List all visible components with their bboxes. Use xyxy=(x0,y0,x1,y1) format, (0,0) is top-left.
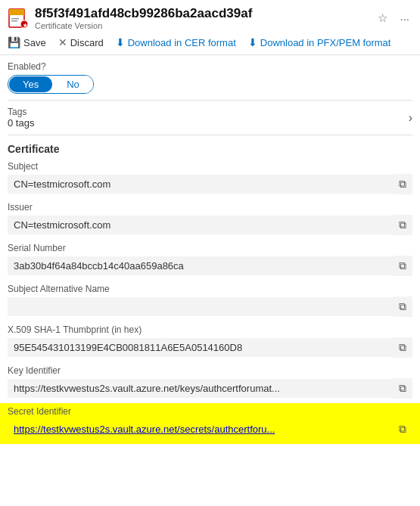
more-options-icon[interactable]: ··· xyxy=(397,11,412,26)
secret-identifier-field-group: Secret Identifier ⧉ xyxy=(0,403,420,444)
favorite-icon[interactable]: ☆ xyxy=(375,10,390,26)
svg-rect-4 xyxy=(11,18,19,20)
issuer-copy-button[interactable]: ⧉ xyxy=(393,215,412,235)
tags-row[interactable]: Tags 0 tags › xyxy=(0,101,420,135)
tags-value: 0 tags xyxy=(8,117,34,129)
key-identifier-label: Key Identifier xyxy=(8,365,412,376)
thumbprint-label: X.509 SHA-1 Thumbprint (in hex) xyxy=(8,324,412,335)
enabled-label: Enabled? xyxy=(8,61,412,72)
serial-number-input-row: ⧉ xyxy=(8,256,412,276)
enabled-toggle-group: Yes No xyxy=(8,75,412,94)
discard-button[interactable]: ✕ Discard xyxy=(58,35,104,50)
serial-number-input[interactable] xyxy=(8,256,393,275)
subject-copy-button[interactable]: ⧉ xyxy=(393,174,412,194)
serial-number-field-group: Serial Number ⧉ xyxy=(0,240,420,281)
save-icon: 💾 xyxy=(8,36,20,48)
subject-alt-name-label: Subject Alternative Name xyxy=(8,284,412,294)
download-cer-button[interactable]: ⬇ Download in CER format xyxy=(116,35,236,50)
svg-rect-5 xyxy=(11,20,17,22)
download-pfx-button[interactable]: ⬇ Download in PFX/PEM format xyxy=(248,35,391,50)
key-identifier-copy-button[interactable]: ⧉ xyxy=(393,378,412,399)
header-text-group: 8f5f3f491afd48cb99286ba2aacd39af Certifi… xyxy=(35,6,252,30)
secret-identifier-label: Secret Identifier xyxy=(8,406,412,417)
subject-alt-name-input[interactable] xyxy=(8,297,393,316)
tags-content: Tags 0 tags xyxy=(8,107,34,129)
save-button[interactable]: 💾 Save xyxy=(8,35,46,50)
page-title: 8f5f3f491afd48cb99286ba2aacd39af xyxy=(35,6,252,21)
toggle-wrapper: Yes No xyxy=(8,75,94,94)
key-identifier-field-group: Key Identifier ⧉ xyxy=(0,362,420,403)
subject-alt-name-field-group: Subject Alternative Name ⧉ xyxy=(0,281,420,321)
svg-rect-1 xyxy=(9,9,24,15)
download-cer-icon: ⬇ xyxy=(116,36,125,48)
certificate-section-header: Certificate xyxy=(0,135,420,158)
thumbprint-input[interactable] xyxy=(8,338,393,357)
issuer-field-group: Issuer ⧉ xyxy=(0,199,420,240)
key-identifier-input[interactable] xyxy=(8,379,393,398)
secret-identifier-copy-button[interactable]: ⧉ xyxy=(393,419,412,439)
issuer-label: Issuer xyxy=(8,202,412,213)
no-toggle-button[interactable]: No xyxy=(53,76,93,93)
serial-number-label: Serial Number xyxy=(8,243,412,253)
subject-alt-name-copy-button[interactable]: ⧉ xyxy=(393,296,412,317)
secret-identifier-input[interactable] xyxy=(8,420,393,439)
subject-alt-name-input-row: ⧉ xyxy=(8,296,412,317)
header-actions: ☆ ··· xyxy=(375,10,412,26)
tags-chevron-icon: › xyxy=(409,111,412,125)
page-subtitle: Certificate Version xyxy=(35,21,252,30)
discard-icon: ✕ xyxy=(58,36,67,48)
thumbprint-input-row: ⧉ xyxy=(8,337,412,358)
key-identifier-input-row: ⧉ xyxy=(8,378,412,399)
certificate-icon: ★ xyxy=(8,8,29,29)
subject-input-row: ⧉ xyxy=(8,174,412,194)
toolbar: 💾 Save ✕ Discard ⬇ Download in CER forma… xyxy=(0,32,420,55)
issuer-input[interactable] xyxy=(8,216,393,234)
serial-number-copy-button[interactable]: ⧉ xyxy=(393,256,412,276)
secret-identifier-input-row: ⧉ xyxy=(8,419,412,439)
thumbprint-copy-button[interactable]: ⧉ xyxy=(393,337,412,358)
enabled-section: Enabled? Yes No xyxy=(0,55,420,100)
page-header: ★ 8f5f3f491afd48cb99286ba2aacd39af Certi… xyxy=(0,0,420,32)
subject-input[interactable] xyxy=(8,175,393,194)
thumbprint-field-group: X.509 SHA-1 Thumbprint (in hex) ⧉ xyxy=(0,321,420,362)
svg-text:★: ★ xyxy=(23,23,28,28)
download-pfx-icon: ⬇ xyxy=(248,36,257,48)
issuer-input-row: ⧉ xyxy=(8,215,412,235)
tags-label: Tags xyxy=(8,107,34,117)
yes-toggle-button[interactable]: Yes xyxy=(9,76,52,92)
subject-label: Subject xyxy=(8,161,412,172)
subject-field-group: Subject ⧉ xyxy=(0,158,420,199)
